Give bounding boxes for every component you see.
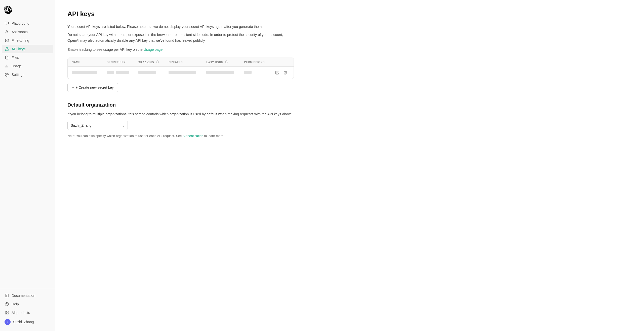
tracking-description: Enable tracking to see usage per API key… [67, 47, 294, 52]
description-1: Your secret API keys are listed below. P… [67, 24, 294, 29]
sidebar-item-documentation-label: Documentation [12, 294, 35, 298]
page-title: API keys [67, 10, 632, 18]
sidebar-item-settings-label: Settings [12, 73, 24, 77]
sidebar-item-playground[interactable]: Playground [2, 19, 53, 28]
sidebar-item-playground-label: Playground [12, 21, 29, 25]
create-key-label: + Create new secret key [75, 85, 113, 89]
sidebar-item-all-products[interactable]: All products [2, 308, 53, 317]
sidebar-item-usage[interactable]: Usage [2, 62, 53, 70]
sidebar-nav: Playground Assistants Fine-tuning API ke… [0, 19, 55, 285]
sidebar-item-usage-label: Usage [12, 64, 22, 68]
svg-rect-12 [5, 313, 7, 314]
col-header-tracking: TRACKING [134, 58, 165, 67]
docs-icon [5, 293, 9, 298]
delete-key-button[interactable] [282, 70, 288, 76]
assistants-icon [5, 30, 9, 34]
cell-name [68, 66, 103, 79]
fine-tuning-icon [5, 38, 9, 43]
sidebar-item-api-keys[interactable]: API keys [2, 45, 53, 53]
create-secret-key-button[interactable]: + + Create new secret key [67, 83, 118, 92]
help-icon [5, 302, 9, 306]
sidebar-item-files[interactable]: Files [2, 53, 53, 62]
sidebar-item-api-keys-label: API keys [12, 47, 25, 51]
default-org-description: If you belong to multiple organizations,… [67, 111, 294, 117]
tracking-redacted [138, 71, 156, 74]
sidebar-item-help-label: Help [12, 302, 19, 306]
sidebar-item-fine-tuning-label: Fine-tuning [12, 38, 29, 42]
svg-rect-10 [5, 311, 7, 312]
user-name: Suzhi_Zhang [13, 320, 34, 324]
default-org-title: Default organization [67, 102, 632, 108]
last-used-redacted [206, 71, 234, 74]
col-header-name: NAME [68, 58, 103, 67]
sidebar-item-assistants-label: Assistants [12, 30, 28, 34]
usage-page-link[interactable]: Usage page [144, 48, 163, 52]
description-2: Do not share your API key with others, o… [67, 32, 294, 43]
svg-point-6 [6, 74, 7, 75]
svg-rect-2 [5, 49, 8, 51]
sidebar-item-documentation[interactable]: Documentation [2, 291, 53, 300]
sidebar-item-files-label: Files [12, 56, 19, 60]
secret-key-redacted [107, 71, 114, 74]
org-select-wrapper: Suzhi_Zhang [67, 121, 128, 130]
name-redacted [72, 71, 97, 74]
col-header-permissions: PERMISSIONS [240, 58, 270, 67]
main-content: API keys Your secret API keys are listed… [55, 0, 644, 331]
note-text: Note: You can also specify which organiz… [67, 134, 269, 138]
cell-permissions [240, 66, 270, 79]
api-keys-table-container: NAME SECRET KEY TRACKING CREATED LAST US… [67, 58, 294, 79]
svg-rect-13 [7, 313, 8, 314]
col-header-secret-key: SECRET KEY [103, 58, 134, 67]
note-suffix: to learn more. [203, 134, 224, 138]
sidebar-item-all-products-label: All products [12, 311, 30, 315]
svg-point-1 [6, 31, 7, 32]
table-row [68, 66, 294, 79]
svg-rect-0 [5, 22, 8, 24]
secret-key-redacted-2 [116, 71, 129, 74]
cell-secret-key [103, 66, 134, 79]
tracking-info-icon [156, 60, 159, 63]
cell-last-used [202, 66, 240, 79]
sidebar-item-fine-tuning[interactable]: Fine-tuning [2, 36, 53, 45]
openai-logo-icon [4, 6, 12, 14]
edit-key-button[interactable] [274, 70, 280, 76]
table-header-row: NAME SECRET KEY TRACKING CREATED LAST US… [68, 58, 294, 67]
grid-icon [5, 310, 9, 315]
tracking-text: Enable tracking to see usage per API key… [67, 48, 144, 52]
logo [0, 4, 55, 19]
permissions-redacted [244, 71, 252, 74]
files-icon [5, 55, 9, 60]
api-keys-icon [5, 47, 9, 51]
trash-icon [283, 71, 287, 75]
cell-created [165, 66, 202, 79]
cell-actions [270, 66, 294, 79]
avatar: Z [5, 319, 11, 325]
org-select[interactable]: Suzhi_Zhang [67, 121, 128, 130]
last-used-info-icon [225, 60, 228, 63]
col-header-last-used: LAST USED [202, 58, 240, 67]
sidebar-item-settings[interactable]: Settings [2, 70, 53, 79]
auth-link[interactable]: Authentication [182, 134, 203, 138]
settings-icon [5, 72, 9, 77]
sidebar: Playground Assistants Fine-tuning API ke… [0, 0, 55, 331]
cell-tracking [134, 66, 165, 79]
col-header-actions [270, 58, 294, 67]
edit-icon [275, 71, 279, 75]
api-keys-table: NAME SECRET KEY TRACKING CREATED LAST US… [68, 58, 294, 79]
svg-rect-11 [7, 311, 8, 312]
actions-group [274, 70, 290, 76]
plus-icon: + [72, 85, 74, 89]
usage-icon [5, 64, 9, 68]
sidebar-bottom: Documentation Help All products Z Suzhi_… [0, 288, 55, 327]
note-prefix: Note: You can also specify which organiz… [67, 134, 182, 138]
sidebar-item-assistants[interactable]: Assistants [2, 28, 53, 36]
game-controller-icon [5, 21, 9, 26]
svg-rect-7 [5, 294, 8, 297]
col-header-created: CREATED [165, 58, 202, 67]
user-profile[interactable]: Z Suzhi_Zhang [2, 317, 53, 327]
sidebar-item-help[interactable]: Help [2, 300, 53, 308]
created-redacted [169, 71, 196, 74]
